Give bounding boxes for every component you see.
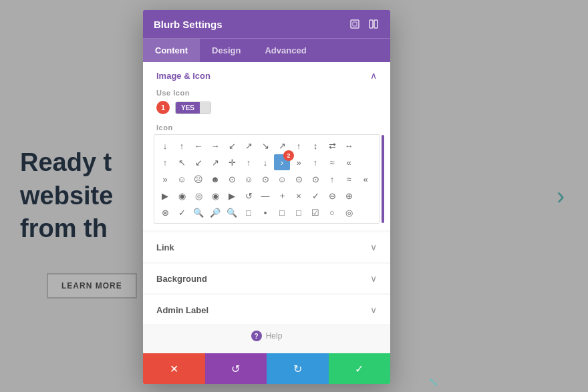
icon-cell[interactable]: ↗	[207, 154, 223, 170]
svg-rect-3	[374, 20, 378, 28]
background-section-title: Background	[156, 274, 207, 284]
tab-design[interactable]: Design	[200, 39, 253, 62]
image-icon-collapse-icon[interactable]: ∧	[370, 70, 377, 81]
icon-cell[interactable]: ↑	[324, 171, 340, 187]
link-section-header[interactable]: Link ∨	[143, 232, 390, 262]
modal-body[interactable]: Image & Icon ∧ Use Icon 1 YES Icon	[143, 62, 390, 353]
tab-advanced[interactable]: Advanced	[253, 39, 318, 62]
icon-cell[interactable]: ▪	[257, 204, 273, 220]
icon-cell[interactable]: ≈	[341, 171, 357, 187]
icon-cell[interactable]: ↓	[257, 154, 273, 170]
modal-title: Blurb Settings	[154, 19, 223, 30]
icon-cell[interactable]: 🔍	[224, 204, 240, 220]
icon-cell[interactable]: ↑	[157, 154, 173, 170]
icon-cell[interactable]: ↑	[174, 138, 190, 154]
toggle-no-option[interactable]	[200, 102, 210, 114]
icon-cell[interactable]: ↗	[241, 138, 257, 154]
icon-cell[interactable]: ✓	[174, 204, 190, 220]
icon-cell[interactable]: ⊙	[307, 171, 323, 187]
modal-tabs: Content Design Advanced	[143, 38, 390, 62]
icon-cell[interactable]: ≈	[324, 154, 340, 170]
icon-cell[interactable]: ▶	[157, 188, 173, 204]
icon-cell[interactable]: ⊖	[324, 188, 340, 204]
icon-cell[interactable]: ↕	[307, 138, 323, 154]
admin-label-section-header[interactable]: Admin Label ∨	[143, 295, 390, 325]
icon-cell[interactable]: ⊗	[157, 204, 173, 220]
link-section-title: Link	[156, 242, 174, 252]
use-icon-label: Use Icon	[156, 89, 377, 97]
icon-cell[interactable]: ⊕	[341, 188, 357, 204]
icon-cell[interactable]: ↑	[291, 138, 307, 154]
icon-cell[interactable]: ☺	[241, 171, 257, 187]
expand-icon[interactable]	[349, 18, 361, 30]
icon-cell[interactable]: ↙	[190, 154, 206, 170]
icon-cell[interactable]: 🔎	[207, 204, 223, 220]
image-icon-title: Image & Icon	[156, 71, 210, 81]
icon-cell[interactable]: ↙	[224, 138, 240, 154]
icon-cell[interactable]: ○	[324, 204, 340, 220]
icon-cell[interactable]: ↑	[241, 154, 257, 170]
icon-cell[interactable]: ↖	[174, 154, 190, 170]
icon-cell[interactable]: ↘	[257, 138, 273, 154]
icon-cell[interactable]	[357, 154, 374, 170]
help-label: Help	[266, 331, 283, 341]
split-view-icon[interactable]	[368, 18, 380, 30]
icon-cell[interactable]: ✓	[307, 188, 323, 204]
icon-cell-selected[interactable]: › 2	[274, 154, 290, 170]
icon-cell[interactable]: ◎	[190, 188, 206, 204]
background-section-header[interactable]: Background ∨	[143, 264, 390, 293]
toggle-yes-option[interactable]: YES	[176, 102, 200, 114]
resize-handle-icon[interactable]: ⤡	[428, 375, 438, 389]
icon-cell[interactable]: ◎	[341, 204, 357, 220]
redo-button[interactable]: ↻	[267, 353, 329, 384]
icon-cell[interactable]: ▶	[224, 188, 240, 204]
modal-footer: ✕ ↺ ↻ ✓	[143, 353, 390, 384]
icon-cell[interactable]: □	[274, 204, 290, 220]
icon-cell[interactable]: □	[291, 204, 307, 220]
icon-cell[interactable]: 🔍	[190, 204, 206, 220]
use-icon-toggle-container: 1 YES	[156, 101, 377, 114]
icon-cell[interactable]: ☹	[190, 171, 206, 187]
icon-cell[interactable]: ↔	[341, 138, 357, 154]
icon-cell[interactable]: ↑	[307, 154, 323, 170]
save-button[interactable]: ✓	[329, 353, 391, 384]
icon-cell[interactable]: —	[257, 188, 273, 204]
icon-cell[interactable]: «	[341, 154, 357, 170]
icon-cell[interactable]	[357, 138, 374, 154]
modal-header-actions	[349, 18, 380, 30]
svg-rect-0	[351, 20, 359, 28]
icon-cell[interactable]: ◉	[174, 188, 190, 204]
icon-cell[interactable]: ☻	[207, 171, 223, 187]
undo-button[interactable]: ↺	[205, 353, 267, 384]
help-icon[interactable]: ?	[251, 331, 262, 341]
use-icon-toggle[interactable]: YES	[175, 102, 211, 114]
icon-cell[interactable]: ⊙	[257, 171, 273, 187]
icon-cell[interactable]	[357, 204, 374, 220]
icon-cell[interactable]: □	[241, 204, 257, 220]
icon-cell[interactable]: »	[157, 171, 173, 187]
icon-cell[interactable]: ✛	[224, 154, 240, 170]
svg-rect-2	[370, 20, 373, 28]
icon-scrollbar[interactable]	[382, 135, 384, 223]
icon-cell[interactable]	[357, 188, 374, 204]
icon-cell[interactable]: ⊙	[224, 171, 240, 187]
icon-cell[interactable]: ☺	[274, 171, 290, 187]
icon-cell[interactable]: ↺	[241, 188, 257, 204]
icon-cell[interactable]: ☺	[174, 171, 190, 187]
icon-cell[interactable]: «	[357, 171, 374, 187]
link-section: Link ∨	[143, 232, 390, 262]
cancel-button[interactable]: ✕	[143, 353, 205, 384]
icon-cell[interactable]: ＋	[274, 188, 290, 204]
icon-cell[interactable]: ☑	[307, 204, 323, 220]
icon-cell[interactable]: ←	[190, 138, 206, 154]
tab-content[interactable]: Content	[143, 39, 200, 62]
background-section: Background ∨	[143, 264, 390, 293]
icon-cell[interactable]: ×	[291, 188, 307, 204]
icon-cell[interactable]: ⊙	[291, 171, 307, 187]
icon-cell[interactable]: ↓	[157, 138, 173, 154]
icon-cell[interactable]: →	[207, 138, 223, 154]
background-chevron-icon: ∨	[370, 273, 377, 284]
icon-cell[interactable]: ◉	[207, 188, 223, 204]
icon-cell[interactable]: ⇄	[324, 138, 340, 154]
help-row: ? Help	[143, 325, 390, 347]
